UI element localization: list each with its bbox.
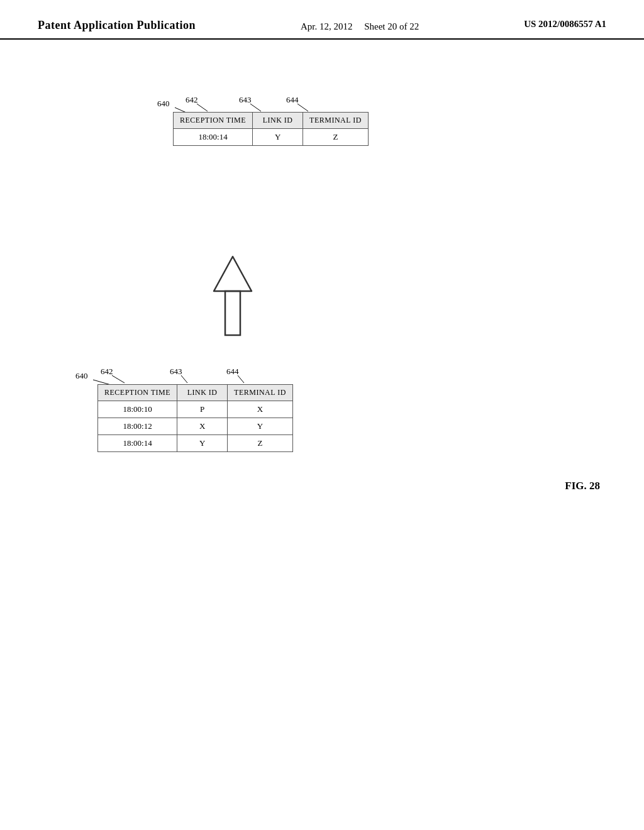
svg-line-15 xyxy=(181,375,187,383)
bottom-cell-terminal-1: X xyxy=(228,401,293,418)
page-header: Patent Application Publication Apr. 12, … xyxy=(0,0,644,40)
bottom-table-row-3: 18:00:14 Y Z xyxy=(98,435,293,452)
fig-label: FIG. 28 xyxy=(565,480,600,492)
top-cell-terminal-1: Z xyxy=(303,129,369,146)
svg-marker-9 xyxy=(214,257,252,291)
svg-line-3 xyxy=(197,104,208,111)
bottom-table-container: RECEPTION TIME LINK ID TERMINAL ID 18:00… xyxy=(97,384,293,452)
bottom-col-reception-time: RECEPTION TIME xyxy=(98,385,177,401)
bottom-cell-link-2: X xyxy=(177,418,228,435)
top-cell-link-1: Y xyxy=(253,129,303,146)
top-data-table: RECEPTION TIME LINK ID TERMINAL ID 18:00… xyxy=(173,112,369,146)
top-table-row-1: 18:00:14 Y Z xyxy=(174,129,369,146)
bottom-col-link-id: LINK ID xyxy=(177,385,228,401)
top-col-terminal-id: TERMINAL ID xyxy=(303,113,369,129)
top-table-header-row: RECEPTION TIME LINK ID TERMINAL ID xyxy=(174,113,369,129)
svg-text:642: 642 xyxy=(101,367,113,376)
header-sheet: Sheet 20 of 22 xyxy=(364,21,419,31)
bottom-cell-terminal-3: Z xyxy=(228,435,293,452)
top-col-link-id: LINK ID xyxy=(253,113,303,129)
svg-text:642: 642 xyxy=(186,95,198,104)
bottom-cell-time-2: 18:00:12 xyxy=(98,418,177,435)
header-meta: Apr. 12, 2012 Sheet 20 of 22 xyxy=(301,21,419,32)
svg-text:640: 640 xyxy=(157,99,170,108)
bottom-data-table: RECEPTION TIME LINK ID TERMINAL ID 18:00… xyxy=(97,384,293,452)
svg-text:640: 640 xyxy=(75,371,88,380)
publication-title: Patent Application Publication xyxy=(38,19,196,32)
bottom-cell-time-3: 18:00:14 xyxy=(98,435,177,452)
top-col-reception-time: RECEPTION TIME xyxy=(174,113,253,129)
bottom-table-header-row: RECEPTION TIME LINK ID TERMINAL ID xyxy=(98,385,293,401)
header-left: Patent Application Publication xyxy=(38,19,196,32)
svg-line-17 xyxy=(238,375,244,383)
top-table-container: RECEPTION TIME LINK ID TERMINAL ID 18:00… xyxy=(173,112,369,146)
header-date: Apr. 12, 2012 xyxy=(301,21,353,31)
bottom-cell-time-1: 18:00:10 xyxy=(98,401,177,418)
up-arrow-container xyxy=(208,253,258,344)
bottom-table-row-1: 18:00:10 P X xyxy=(98,401,293,418)
svg-line-7 xyxy=(297,104,308,111)
bottom-cell-link-3: Y xyxy=(177,435,228,452)
svg-text:644: 644 xyxy=(286,95,299,104)
main-content: 640 642 643 644 RECEPTION TIME LINK ID xyxy=(0,40,644,807)
svg-text:643: 643 xyxy=(239,95,252,104)
svg-text:644: 644 xyxy=(226,367,239,376)
top-cell-time-1: 18:00:14 xyxy=(174,129,253,146)
bottom-col-terminal-id: TERMINAL ID xyxy=(228,385,293,401)
svg-rect-8 xyxy=(225,291,240,335)
bottom-cell-link-1: P xyxy=(177,401,228,418)
bottom-cell-terminal-2: Y xyxy=(228,418,293,435)
bottom-table-row-2: 18:00:12 X Y xyxy=(98,418,293,435)
up-arrow-svg xyxy=(208,253,258,341)
svg-line-5 xyxy=(250,104,261,111)
svg-text:643: 643 xyxy=(170,367,182,376)
header-patent: US 2012/0086557 A1 xyxy=(524,19,606,30)
svg-line-13 xyxy=(112,375,125,383)
